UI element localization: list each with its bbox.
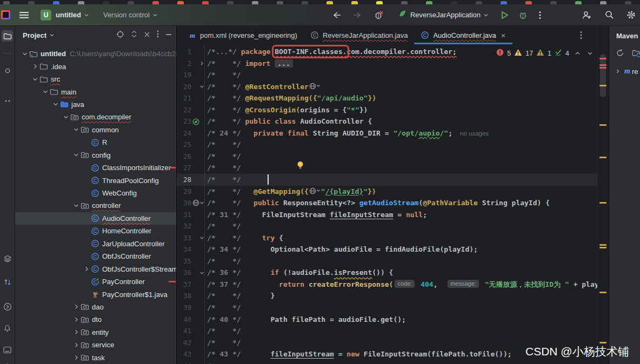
menu-icon[interactable] [17, 8, 31, 22]
code-line-44[interactable]: 44/* [177, 360, 597, 364]
gutter[interactable]: 43 [177, 348, 205, 360]
tab-pom-xml-reverse-engineering-[interactable]: mpom.xml (reverse_engineering) [182, 26, 304, 44]
code-line-34[interactable]: 34/* 34 */ Optional<Path> audioFile = fi… [177, 244, 597, 255]
tree-item-homecontroller[interactable]: CHomeController [15, 225, 176, 237]
tree-item-untitled[interactable]: untitledC:\Users\yang\Downloads\b4ccb26 [15, 48, 176, 60]
tree-item-obfjscontroller-streamg[interactable]: CObfJsController$StreamG [15, 262, 176, 275]
chevron-right-icon[interactable] [72, 341, 81, 349]
fold-expanded-icon[interactable] [199, 235, 204, 240]
maven-module-node[interactable]: m re [609, 59, 640, 76]
tree-item-com-decompiler[interactable]: com.decompiler [15, 111, 176, 123]
tree-item-entity[interactable]: entity [15, 326, 176, 339]
more-icon[interactable] [157, 30, 159, 40]
code-line-33[interactable]: 33/* */ try { [177, 232, 597, 244]
code-line-38[interactable]: 38/* */ } [177, 290, 597, 302]
code-line-32[interactable]: 32/* */ [177, 220, 597, 232]
code-line-24[interactable]: 24/* 24 */ private final String AUDIO_DI… [177, 127, 597, 139]
chevron-down-icon[interactable] [31, 75, 39, 84]
collapse-all-icon[interactable] [144, 30, 150, 40]
back-icon[interactable] [330, 8, 344, 22]
chevron-right-icon[interactable] [72, 328, 81, 336]
gutter[interactable]: 35 [177, 255, 205, 267]
add-user-icon[interactable] [579, 8, 594, 22]
error-stripe-scrollbar[interactable] [597, 26, 609, 364]
hide-icon[interactable] [165, 30, 172, 40]
chevron-down-icon[interactable] [72, 125, 81, 134]
code-line-31[interactable]: 31/* 31 */ FileInputStream fileInputStre… [177, 209, 597, 221]
gutter[interactable]: 22 [177, 104, 205, 116]
yellow-stripe-mark[interactable] [599, 85, 606, 86]
reload-projects-icon[interactable] [632, 49, 640, 59]
gutter[interactable]: 20 [177, 81, 205, 93]
chevron-down-icon[interactable] [62, 113, 70, 122]
yellow-stripe-mark[interactable] [599, 124, 606, 126]
tree-item-obfjscontroller[interactable]: CObfJsController [15, 250, 176, 262]
tree-item-dao[interactable]: dao [15, 301, 176, 313]
yellow-stripe-mark[interactable] [599, 244, 606, 246]
gutter[interactable]: 27 [177, 162, 205, 174]
next-problem-icon[interactable] [587, 49, 593, 58]
more-icon[interactable] [533, 8, 547, 22]
chevron-down-icon[interactable] [41, 87, 50, 96]
bean-gutter-icon[interactable] [192, 118, 199, 125]
gutter[interactable]: 34 [177, 244, 205, 255]
code-editor[interactable]: 1/*...*/ package BOOT-INF.classes.com.de… [177, 44, 597, 364]
yellow-stripe-mark[interactable] [599, 202, 606, 204]
chevron-down-icon[interactable] [49, 32, 55, 38]
gutter[interactable]: 2 [177, 58, 205, 70]
gutter[interactable]: 29 [177, 186, 205, 198]
code-line-21[interactable]: 21/* */ @RequestMapping({"/api/audio"}) [177, 92, 597, 104]
chevron-down-icon[interactable] [21, 50, 29, 58]
tree-item-r[interactable]: CR [15, 136, 176, 149]
scrollbar-thumb[interactable] [600, 54, 606, 97]
chevron-right-icon[interactable] [72, 353, 81, 362]
code-line-39[interactable]: 39/* */ [177, 302, 597, 314]
fold-expanded-icon[interactable] [199, 271, 204, 275]
gutter[interactable]: 26 [177, 151, 205, 163]
code-line-36[interactable]: 36/* 36 */ if (!audioFile.isPresent()) { [177, 267, 597, 279]
gutter[interactable]: 33 [177, 232, 205, 244]
gutter[interactable]: 37 [177, 279, 205, 291]
red-stripe-mark[interactable] [599, 64, 606, 66]
tree-item-classimportsinitializer[interactable]: CClassImportsInitializer [15, 161, 176, 174]
gutter[interactable]: 40 [177, 314, 205, 326]
code-line-41[interactable]: 41/* */ [177, 325, 597, 337]
code-line-26[interactable]: 26/* */ [177, 151, 597, 163]
chevron-down-icon[interactable] [51, 100, 60, 109]
chevron-right-icon[interactable] [82, 265, 91, 273]
refresh-icon[interactable] [616, 49, 624, 59]
chevron-right-icon[interactable] [72, 315, 81, 324]
tree-item-main[interactable]: main [15, 85, 176, 98]
inspections-widget[interactable]: 5 17 1 4 [494, 47, 595, 59]
dot-circle-icon[interactable] [2, 65, 13, 76]
globe-icon[interactable] [309, 83, 321, 90]
tree-item-paycontroller[interactable]: CPayController [15, 275, 176, 288]
layers-icon[interactable] [2, 253, 13, 264]
gutter[interactable]: 31 [177, 209, 205, 221]
yellow-stripe-mark[interactable] [599, 342, 606, 343]
gutter[interactable]: 21 [177, 92, 205, 104]
forward-icon[interactable] [350, 8, 364, 22]
code-line-30[interactable]: 30/* */ public ResponseEntity<?> getAudi… [177, 197, 597, 209]
gutter[interactable]: 28 [177, 174, 205, 186]
locate-icon[interactable] [116, 30, 124, 41]
vcs-arrows-icon[interactable] [2, 277, 13, 288]
project-name[interactable]: untitled [56, 11, 81, 19]
chevron-right-icon[interactable] [614, 67, 622, 76]
gutter[interactable]: 41 [177, 325, 205, 337]
tab-audiocontroller-java[interactable]: CAudioController.java× [414, 26, 512, 44]
intention-bulb-icon[interactable] [297, 161, 304, 172]
fold-collapsed-icon[interactable] [199, 61, 204, 66]
gutter[interactable]: 24 [177, 127, 205, 139]
code-line-29[interactable]: 29/* */ @GetMapping({"/{playId}"}) [177, 186, 597, 198]
gutter[interactable]: 19 [177, 69, 205, 81]
gutter[interactable]: 25 [177, 139, 205, 151]
half-circle-icon[interactable] [2, 360, 13, 364]
tree-item-common[interactable]: common [15, 124, 176, 136]
yellow-stripe-mark[interactable] [599, 292, 606, 293]
fold-expanded-icon[interactable] [199, 84, 204, 89]
run-configuration[interactable]: ReverseJarApplication [398, 9, 489, 21]
code-line-37[interactable]: 37/* 37 */ return createErrorResponse(co… [177, 279, 597, 291]
tree-item-webconfig[interactable]: CWebConfig [15, 187, 176, 199]
tree-item-jaruploadcontroller[interactable]: CJarUploadController [15, 238, 176, 250]
